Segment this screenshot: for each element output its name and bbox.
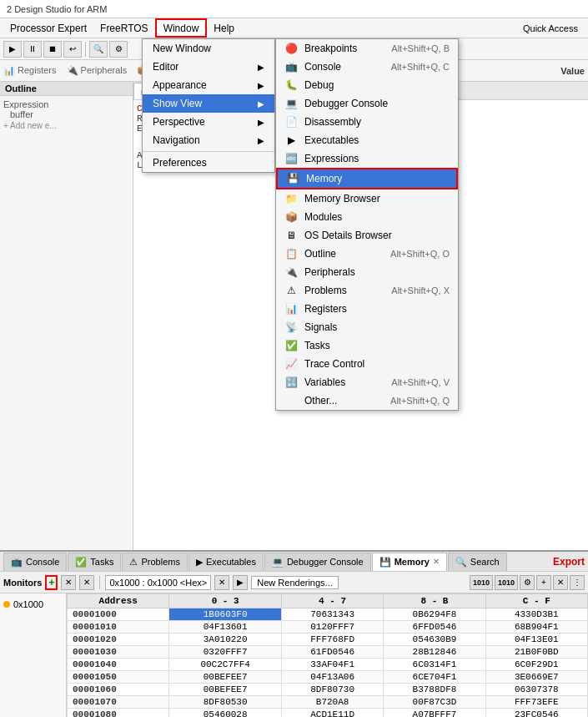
export-button[interactable]: Export bbox=[553, 556, 585, 568]
mem-btn-add[interactable]: + bbox=[536, 575, 551, 590]
cell-8-b: 00F87C3D bbox=[384, 696, 485, 709]
monitor-item-1[interactable]: 0x1000 bbox=[2, 598, 64, 610]
toolbar-btn-4[interactable]: ↩ bbox=[63, 41, 82, 58]
sv-item-memory[interactable]: 💾Memory bbox=[276, 168, 458, 189]
menu-freertos[interactable]: FreeRTOS bbox=[93, 18, 155, 38]
outline-label: Outline bbox=[304, 248, 336, 260]
address-close-button[interactable]: ✕ bbox=[214, 575, 229, 590]
sv-item-problems[interactable]: ⚠ProblemsAlt+Shift+Q, X bbox=[276, 281, 458, 300]
sv-item-debugger-console[interactable]: 💻Debugger Console bbox=[276, 94, 458, 113]
sidebar-add-new[interactable]: + Add new e... bbox=[3, 119, 129, 130]
cell-address: 00001060 bbox=[68, 684, 169, 696]
executables-icon: ▶ bbox=[284, 134, 298, 147]
cell-4-7: 8DF80730 bbox=[281, 684, 383, 696]
console-icon: 📺 bbox=[11, 557, 23, 568]
sv-item-expressions[interactable]: 🔤Expressions bbox=[276, 149, 458, 168]
sidebar-header: Outline bbox=[0, 82, 133, 96]
show-view-submenu: 🔴BreakpointsAlt+Shift+Q, B📺ConsoleAlt+Sh… bbox=[275, 38, 459, 411]
other-shortcut: Alt+Shift+Q, Q bbox=[390, 396, 450, 406]
monitors-panel: 0x1000 bbox=[0, 593, 67, 717]
toolbar-btn-6[interactable]: ⚙ bbox=[109, 41, 128, 58]
new-renderings-button[interactable]: New Renderings... bbox=[251, 576, 339, 589]
address-input[interactable]: 0x1000 : 0x1000 <Hex> bbox=[105, 575, 211, 590]
sv-item-variables[interactable]: 🔣VariablesAlt+Shift+Q, V bbox=[276, 373, 458, 391]
remove-monitor-button[interactable]: ✕ bbox=[61, 575, 76, 590]
bottom-tab-search[interactable]: 🔍 Search bbox=[448, 553, 507, 571]
cell-c-f: 21B0F0BD bbox=[485, 646, 587, 659]
mem-btn-hex[interactable]: 1010 bbox=[470, 575, 493, 590]
sv-item-peripherals[interactable]: 🔌Peripherals bbox=[276, 263, 458, 281]
mem-btn-remove[interactable]: ✕ bbox=[553, 575, 568, 590]
window-menu-show-view[interactable]: Show View ▶ bbox=[143, 94, 274, 113]
col-8-b: 8 - B bbox=[384, 594, 485, 608]
toolbar-peripherals[interactable]: 🔌 Peripherals bbox=[67, 65, 128, 76]
show-view-arrow: ▶ bbox=[258, 99, 264, 109]
table-row: 0000104000C2C7FF433AF04F16C0314F16C0F29D… bbox=[68, 659, 588, 671]
breakpoints-icon: 🔴 bbox=[284, 42, 298, 55]
menu-help[interactable]: Help bbox=[207, 18, 241, 38]
tasks-label: Tasks bbox=[90, 557, 113, 567]
cell-0-3: 05460028 bbox=[169, 709, 282, 718]
toolbar-registers[interactable]: 📊 Registers bbox=[3, 65, 57, 76]
sv-item-executables[interactable]: ▶Executables bbox=[276, 131, 458, 149]
mem-btn-settings[interactable]: ⚙ bbox=[520, 575, 535, 590]
sv-item-modules[interactable]: 📦Modules bbox=[276, 208, 458, 226]
mem-btn-hex2[interactable]: 1010 bbox=[495, 575, 518, 590]
bottom-tab-debugger-console[interactable]: 💻 Debugger Console bbox=[264, 553, 371, 571]
memory-tab-close[interactable]: ✕ bbox=[433, 558, 440, 566]
toolbar-btn-5[interactable]: 🔍 bbox=[89, 41, 108, 58]
sv-item-memory-browser[interactable]: 📁Memory Browser bbox=[276, 189, 458, 208]
sv-item-other[interactable]: Other...Alt+Shift+Q, Q bbox=[276, 391, 458, 410]
cell-0-3: 1B0603F0 bbox=[169, 608, 282, 621]
bottom-tab-executables[interactable]: ▶ Executables bbox=[188, 553, 264, 571]
perspective-arrow: ▶ bbox=[258, 118, 264, 127]
sv-item-registers[interactable]: 📊Registers bbox=[276, 300, 458, 318]
hex-table-body: 000010001B0603F0706313430B6294F84330D3B1… bbox=[68, 608, 588, 718]
sv-item-signals[interactable]: 📡Signals bbox=[276, 318, 458, 336]
sv-item-tasks[interactable]: ✅Tasks bbox=[276, 336, 458, 355]
mem-btn-extra[interactable]: ⋮ bbox=[570, 575, 585, 590]
toolbar-btn-1[interactable]: ▶ bbox=[3, 41, 22, 58]
window-menu-appearance[interactable]: Appearance ▶ bbox=[143, 76, 274, 94]
menu-processor-expert[interactable]: Processor Expert bbox=[3, 18, 93, 38]
toolbar-btn-2[interactable]: ⏸ bbox=[23, 41, 42, 58]
monitors-label: Monitors bbox=[3, 578, 42, 588]
sv-item-disassembly[interactable]: 📄Disassembly bbox=[276, 113, 458, 131]
sv-item-outline[interactable]: 📋OutlineAlt+Shift+Q, O bbox=[276, 245, 458, 263]
expressions-icon: 🔤 bbox=[284, 152, 298, 165]
sv-item-breakpoints[interactable]: 🔴BreakpointsAlt+Shift+Q, B bbox=[276, 39, 458, 58]
sv-item-trace-control[interactable]: 📈Trace Control bbox=[276, 355, 458, 373]
bottom-tab-tasks[interactable]: ✅ Tasks bbox=[68, 553, 121, 571]
sv-item-debug[interactable]: 🐛Debug bbox=[276, 76, 458, 94]
bottom-tab-problems[interactable]: ⚠ Problems bbox=[122, 553, 187, 571]
window-menu-preferences[interactable]: Preferences bbox=[143, 154, 274, 172]
console-icon: 📺 bbox=[284, 60, 298, 73]
bottom-tab-console[interactable]: 📺 Console bbox=[3, 553, 67, 571]
new-renderings-arrow[interactable]: ▶ bbox=[233, 575, 248, 590]
cell-4-7: 61FD0546 bbox=[281, 646, 383, 659]
quick-access-label: Quick Access bbox=[523, 23, 578, 33]
monitor-settings-button[interactable]: ✕ bbox=[79, 575, 94, 590]
appearance-arrow: ▶ bbox=[258, 81, 264, 90]
menu-window[interactable]: Window bbox=[155, 18, 208, 38]
bottom-tab-memory[interactable]: 💾 Memory ✕ bbox=[372, 553, 447, 571]
signals-label: Signals bbox=[304, 321, 337, 333]
registers-label: Registers bbox=[304, 303, 347, 315]
window-menu-perspective[interactable]: Perspective ▶ bbox=[143, 113, 274, 131]
cell-c-f: 04F13E01 bbox=[485, 634, 587, 646]
window-menu-navigation[interactable]: Navigation ▶ bbox=[143, 131, 274, 149]
cell-c-f: 3E0669E7 bbox=[485, 671, 587, 684]
new-window-label: New Window bbox=[153, 43, 211, 54]
debug-label: Debug bbox=[304, 79, 334, 91]
window-menu-new-window[interactable]: New Window bbox=[143, 39, 274, 58]
title-bar: 2 Design Studio for ARM bbox=[0, 0, 588, 18]
toolbar-btn-3[interactable]: ⏹ bbox=[43, 41, 62, 58]
problems-icon: ⚠ bbox=[129, 557, 138, 568]
window-menu-editor[interactable]: Editor ▶ bbox=[143, 58, 274, 76]
sv-item-os-details-browser[interactable]: 🖥OS Details Browser bbox=[276, 226, 458, 245]
executables-icon: ▶ bbox=[196, 557, 203, 568]
table-header-row: Address 0 - 3 4 - 7 8 - B C - F bbox=[68, 594, 588, 608]
sv-item-console[interactable]: 📺ConsoleAlt+Shift+Q, C bbox=[276, 58, 458, 76]
cell-4-7: 04F13A06 bbox=[281, 671, 383, 684]
add-monitor-button[interactable]: + bbox=[45, 575, 58, 590]
